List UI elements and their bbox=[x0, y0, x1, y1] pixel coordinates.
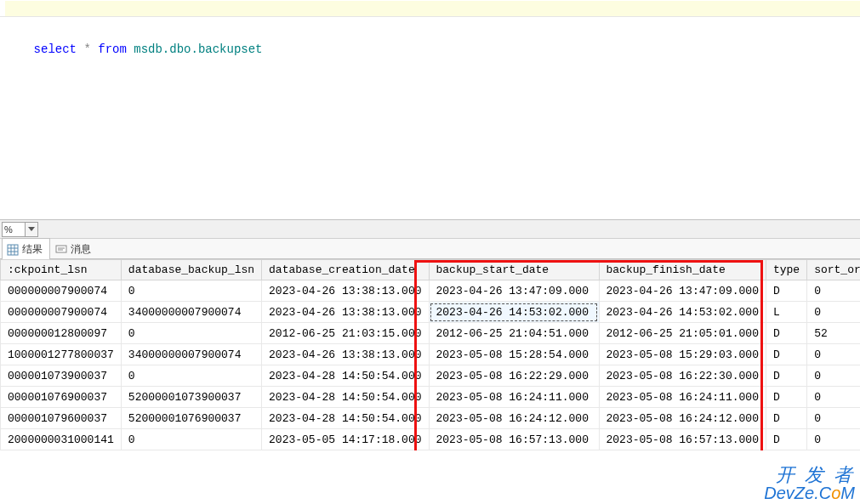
cell-database_creation_date[interactable]: 2023-04-28 14:50:54.000 bbox=[262, 387, 429, 408]
tab-messages-label: 消息 bbox=[71, 242, 91, 257]
cell-sort_order[interactable]: 0 bbox=[807, 429, 860, 450]
cell-database_creation_date[interactable]: 2023-04-28 14:50:54.000 bbox=[262, 365, 429, 387]
col-header-sort-order[interactable]: sort_order bbox=[807, 260, 860, 280]
cell-backup_start_date[interactable]: 2023-04-26 14:53:02.000 bbox=[429, 302, 599, 323]
col-header-type[interactable]: type bbox=[766, 260, 806, 280]
cell-backup_finish_date[interactable]: 2023-05-08 15:29:03.000 bbox=[599, 344, 766, 365]
cell-type[interactable]: L bbox=[766, 302, 806, 323]
cell-sort_order[interactable]: 52 bbox=[807, 323, 860, 344]
cell-sort_order[interactable]: 0 bbox=[807, 344, 860, 365]
cell-sort_order[interactable]: 0 bbox=[807, 387, 860, 408]
cell-database_creation_date[interactable]: 2012-06-25 21:03:15.000 bbox=[262, 323, 429, 344]
table-row[interactable]: 00000107390003702023-04-28 14:50:54.0002… bbox=[1, 365, 861, 387]
results-grid[interactable]: :ckpoint_lsn database_backup_lsn databas… bbox=[0, 259, 860, 450]
cell-database_backup_lsn[interactable]: 0 bbox=[121, 365, 261, 387]
table-row[interactable]: 000000007900074340000000079000742023-04-… bbox=[1, 302, 861, 323]
watermark-line2: DevZe.CoM bbox=[764, 484, 855, 502]
grid-icon bbox=[7, 244, 19, 256]
sql-editor[interactable]: select * from msdb.dbo.backupset bbox=[0, 0, 860, 17]
cell-ckpoint_lsn[interactable]: 000000007900074 bbox=[1, 280, 122, 302]
editor-line-highlight bbox=[5, 1, 860, 16]
cell-database_backup_lsn[interactable]: 52000001076900037 bbox=[121, 408, 261, 429]
col-header-backup-start-date[interactable]: backup_start_date bbox=[429, 260, 599, 280]
col-header-backup-finish-date[interactable]: backup_finish_date bbox=[599, 260, 766, 280]
message-icon bbox=[55, 244, 67, 256]
cell-type[interactable]: D bbox=[766, 280, 806, 302]
table-row[interactable]: 000001076900037520000010739000372023-04-… bbox=[1, 387, 861, 408]
cell-sort_order[interactable]: 0 bbox=[807, 302, 860, 323]
cell-database_backup_lsn[interactable]: 34000000007900074 bbox=[121, 344, 261, 365]
result-tabs: 结果 消息 bbox=[0, 238, 860, 259]
cell-backup_start_date[interactable]: 2023-05-08 16:22:29.000 bbox=[429, 365, 599, 387]
sql-identifier: msdb.dbo.backupset bbox=[134, 42, 262, 56]
cell-backup_start_date[interactable]: 2023-05-08 16:57:13.000 bbox=[429, 429, 599, 450]
cell-type[interactable]: D bbox=[766, 408, 806, 429]
tab-results[interactable]: 结果 bbox=[2, 238, 50, 259]
table-row[interactable]: 00000001280009702012-06-25 21:03:15.0002… bbox=[1, 323, 861, 344]
cell-type[interactable]: D bbox=[766, 323, 806, 344]
svg-rect-0 bbox=[8, 245, 18, 255]
cell-backup_start_date[interactable]: 2012-06-25 21:04:51.000 bbox=[429, 323, 599, 344]
table-row[interactable]: 1000001277800037340000000079000742023-04… bbox=[1, 344, 861, 365]
cell-backup_start_date[interactable]: 2023-05-08 16:24:11.000 bbox=[429, 387, 599, 408]
cell-database_creation_date[interactable]: 2023-05-05 14:17:18.000 bbox=[262, 429, 429, 450]
cell-backup_start_date[interactable]: 2023-04-26 13:47:09.000 bbox=[429, 280, 599, 302]
cell-ckpoint_lsn[interactable]: 000001073900037 bbox=[1, 365, 122, 387]
tab-messages[interactable]: 消息 bbox=[50, 238, 99, 259]
col-header-ckpoint-lsn[interactable]: :ckpoint_lsn bbox=[1, 260, 122, 280]
results-grid-wrap: :ckpoint_lsn database_backup_lsn databas… bbox=[0, 259, 860, 450]
tab-results-label: 结果 bbox=[22, 242, 43, 257]
cell-ckpoint_lsn[interactable]: 1000001277800037 bbox=[1, 344, 122, 365]
table-row[interactable]: 000001079600037520000010769000372023-04-… bbox=[1, 408, 861, 429]
cell-database_creation_date[interactable]: 2023-04-28 14:50:54.000 bbox=[262, 408, 429, 429]
sql-keyword-select: select bbox=[34, 42, 77, 56]
sql-keyword-from: from bbox=[98, 42, 127, 56]
cell-ckpoint_lsn[interactable]: 000001079600037 bbox=[1, 408, 122, 429]
cell-sort_order[interactable]: 0 bbox=[807, 408, 860, 429]
chevron-down-icon bbox=[28, 227, 35, 231]
cell-type[interactable]: D bbox=[766, 344, 806, 365]
cell-backup_finish_date[interactable]: 2012-06-25 21:05:01.000 bbox=[599, 323, 766, 344]
cell-backup_start_date[interactable]: 2023-05-08 16:24:12.000 bbox=[429, 408, 599, 429]
cell-database_backup_lsn[interactable]: 0 bbox=[121, 280, 261, 302]
zoom-bar: % bbox=[0, 219, 860, 238]
cell-type[interactable]: D bbox=[766, 429, 806, 450]
watermark-line1: 开 发 者 bbox=[764, 465, 855, 484]
cell-backup_finish_date[interactable]: 2023-05-08 16:24:12.000 bbox=[599, 408, 766, 429]
cell-sort_order[interactable]: 0 bbox=[807, 280, 860, 302]
header-row: :ckpoint_lsn database_backup_lsn databas… bbox=[1, 260, 861, 280]
cell-database_backup_lsn[interactable]: 34000000007900074 bbox=[121, 302, 261, 323]
svg-rect-5 bbox=[56, 246, 66, 252]
cell-database_creation_date[interactable]: 2023-04-26 13:38:13.000 bbox=[262, 280, 429, 302]
cell-database_creation_date[interactable]: 2023-04-26 13:38:13.000 bbox=[262, 344, 429, 365]
cell-database_creation_date[interactable]: 2023-04-26 13:38:13.000 bbox=[262, 302, 429, 323]
table-row[interactable]: 200000003100014102023-05-05 14:17:18.000… bbox=[1, 429, 861, 450]
cell-database_backup_lsn[interactable]: 0 bbox=[121, 429, 261, 450]
cell-backup_finish_date[interactable]: 2023-04-26 14:53:02.000 bbox=[599, 302, 766, 323]
cell-type[interactable]: D bbox=[766, 365, 806, 387]
zoom-dropdown[interactable] bbox=[26, 222, 38, 237]
watermark: 开 发 者 DevZe.CoM bbox=[764, 465, 855, 502]
cell-backup_finish_date[interactable]: 2023-05-08 16:24:11.000 bbox=[599, 387, 766, 408]
cell-ckpoint_lsn[interactable]: 000000012800097 bbox=[1, 323, 122, 344]
cell-backup_start_date[interactable]: 2023-05-08 15:28:54.000 bbox=[429, 344, 599, 365]
col-header-database-creation-date[interactable]: database_creation_date bbox=[262, 260, 429, 280]
col-header-database-backup-lsn[interactable]: database_backup_lsn bbox=[121, 260, 261, 280]
cell-sort_order[interactable]: 0 bbox=[807, 365, 860, 387]
cell-backup_finish_date[interactable]: 2023-05-08 16:57:13.000 bbox=[599, 429, 766, 450]
cell-ckpoint_lsn[interactable]: 000000007900074 bbox=[1, 302, 122, 323]
cell-database_backup_lsn[interactable]: 52000001073900037 bbox=[121, 387, 261, 408]
cell-backup_finish_date[interactable]: 2023-04-26 13:47:09.000 bbox=[599, 280, 766, 302]
zoom-value[interactable]: % bbox=[2, 222, 26, 237]
cell-backup_finish_date[interactable]: 2023-05-08 16:22:30.000 bbox=[599, 365, 766, 387]
table-row[interactable]: 00000000790007402023-04-26 13:38:13.0002… bbox=[1, 280, 861, 302]
cell-type[interactable]: D bbox=[766, 387, 806, 408]
cell-ckpoint_lsn[interactable]: 2000000031000141 bbox=[1, 429, 122, 450]
sql-star: * bbox=[83, 42, 90, 56]
cell-database_backup_lsn[interactable]: 0 bbox=[121, 323, 261, 344]
cell-ckpoint_lsn[interactable]: 000001076900037 bbox=[1, 387, 122, 408]
